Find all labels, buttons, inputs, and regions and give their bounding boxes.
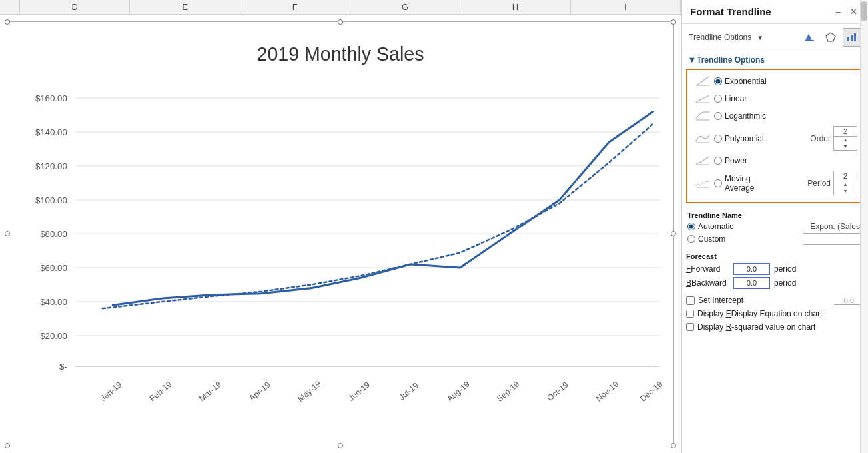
forecast-backward-input[interactable] [733,277,770,289]
handle-bottom-right[interactable] [671,443,676,448]
label-name-automatic[interactable]: Automatic [698,222,806,231]
display-equation-row: Display EDisplay Equation on chart [686,309,864,318]
col-header-I[interactable]: I [571,0,681,14]
moving-avg-period-value: 2 [834,171,857,181]
label-display-rsquared[interactable]: Display R-squared value on chart [697,322,815,332]
trendline [103,124,653,309]
section-header-label: Trendline Options [697,55,765,65]
svg-text:May-19: May-19 [296,379,322,404]
option-linear: Linear [693,91,857,106]
handle-bottom-center[interactable] [338,443,343,448]
label-set-intercept[interactable]: Set Intercept [698,296,743,305]
label-display-equation[interactable]: Display EDisplay Equation on chart [697,309,822,318]
forecast-label: Forecast [686,252,864,260]
moving-avg-period-spinner[interactable]: 2 ▲ ▼ [833,171,857,195]
tab-barchart-icon[interactable] [843,28,861,47]
svg-text:Dec-19: Dec-19 [638,380,664,404]
trendline-name-section: Trendline Name Automatic Expon. (Sales) … [686,211,864,247]
svg-text:Mar-19: Mar-19 [197,380,223,404]
checkbox-set-intercept[interactable] [686,296,695,305]
panel-header: Format Trendline – ✕ [682,0,868,24]
radio-polynomial[interactable] [714,135,722,143]
label-polynomial[interactable]: Polynomial [725,134,764,143]
spinner-up[interactable]: ▲ [834,137,857,143]
checkbox-display-equation[interactable] [686,310,694,318]
polynomial-order-value: 2 [834,127,857,137]
label-moving-average: MovingAverage [725,174,754,193]
radio-exponential[interactable] [714,77,722,85]
moving-avg-period-extra: Period 2 ▲ ▼ [807,171,857,195]
svg-text:Jan-19: Jan-19 [99,380,124,403]
svg-text:Aug-19: Aug-19 [445,380,471,404]
option-logarithmic: Logarithmic [693,109,857,123]
svg-text:$60.00: $60.00 [40,263,67,273]
tab-fill-icon[interactable] [800,28,819,47]
col-header-H[interactable]: H [460,0,570,14]
svg-text:Apr-19: Apr-19 [247,380,272,402]
exponential-icon [693,74,714,89]
polynomial-order-spinner[interactable]: 2 ▲ ▼ [833,126,857,151]
panel-close-icon[interactable]: ✕ [847,5,860,18]
svg-text:Jun-19: Jun-19 [346,380,372,403]
name-automatic-value: Expon. (Sales) [810,222,863,231]
linear-icon [693,91,714,106]
backward-underline: B [686,278,691,288]
radio-power[interactable] [714,157,722,165]
scrollbar-thumb[interactable] [861,1,867,21]
display-rsquared-row: Display R-squared value on chart [686,322,864,332]
svg-text:$40.00: $40.00 [40,297,67,307]
handle-top-left[interactable] [5,19,10,25]
svg-text:Oct-19: Oct-19 [545,380,570,402]
chart-frame[interactable]: 2019 Monthly Sales $160.00 $140.00 $120.… [7,21,674,446]
panel-collapse-icon[interactable]: – [833,5,843,18]
handle-left-center[interactable] [5,231,10,236]
panel-tabs: Trendline Options ▼ [682,24,868,51]
svg-text:$140.00: $140.00 [35,127,67,137]
label-name-custom[interactable]: Custom [698,234,799,244]
ma-spinner-down[interactable]: ▼ [834,188,857,195]
handle-top-right[interactable] [671,19,676,25]
moving-average-icon [693,176,714,191]
label-logarithmic[interactable]: Logarithmic [725,111,766,121]
dropdown-arrow-icon[interactable]: ▼ [757,34,763,41]
spinner-down[interactable]: ▼ [834,143,857,150]
svg-text:$160.00: $160.00 [35,93,67,103]
svg-text:$100.00: $100.00 [35,195,67,205]
column-headers: D E F G H I [0,0,681,15]
col-header-G[interactable]: G [350,0,460,14]
radio-logarithmic[interactable] [714,112,722,120]
panel-title: Format Trendline [690,6,771,17]
svg-text:$80.00: $80.00 [40,229,67,239]
svg-rect-33 [847,37,849,41]
trendline-options-section-header[interactable]: Trendline Options [682,51,868,69]
scrollbar-track[interactable] [860,0,868,453]
radio-name-custom[interactable] [687,235,695,243]
label-linear[interactable]: Linear [725,94,747,103]
label-power[interactable]: Power [725,156,747,165]
name-custom-row: Custom [687,233,863,245]
forecast-backward-period: period [774,278,796,288]
col-header-E[interactable]: E [130,0,240,14]
polynomial-order-label: Order [810,134,831,143]
radio-name-automatic[interactable] [687,223,695,230]
forecast-forward-row: FForward period [686,263,864,275]
label-exponential[interactable]: Exponential [725,77,767,86]
handle-right-center[interactable] [671,231,676,236]
col-header-D[interactable]: D [20,0,130,14]
forecast-backward-label: BBackward [686,278,729,288]
checkbox-display-rsquared[interactable] [686,323,694,331]
forecast-forward-label: FForward [686,264,729,274]
handle-top-center[interactable] [338,19,343,25]
option-exponential: Exponential [693,74,857,89]
radio-linear[interactable] [714,95,722,103]
svg-rect-35 [854,33,856,41]
name-custom-input[interactable] [803,233,863,245]
col-header-F[interactable]: F [240,0,350,14]
radio-moving-average[interactable] [714,179,722,187]
handle-bottom-left[interactable] [5,443,10,448]
chart-area: 2019 Monthly Sales $160.00 $140.00 $120.… [0,15,681,453]
tab-shape-icon[interactable] [821,28,840,47]
forecast-forward-input[interactable] [733,263,770,275]
svg-text:$120.00: $120.00 [35,161,67,171]
ma-spinner-up[interactable]: ▲ [834,181,857,188]
